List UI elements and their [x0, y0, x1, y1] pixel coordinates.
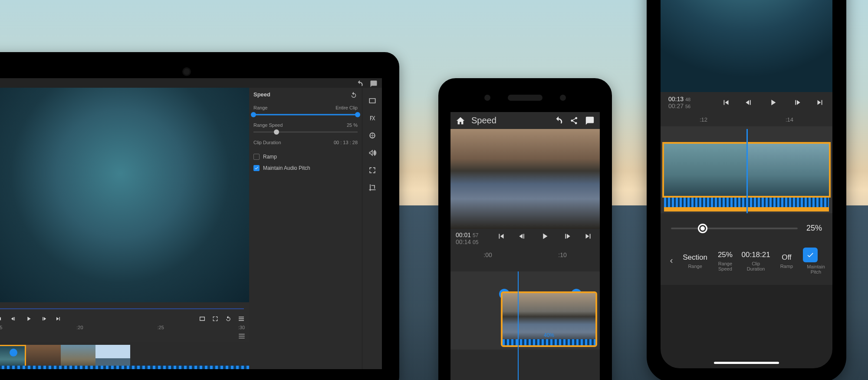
share-icon[interactable]: [569, 116, 579, 126]
skip-prev-icon[interactable]: [0, 315, 3, 322]
timeline-thumbs[interactable]: [0, 342, 249, 369]
maintain-pitch-label: Maintain Audio Pitch: [263, 165, 310, 171]
tablet-screen: :15 :20 :25 :30: [0, 78, 382, 369]
aspect-icon[interactable]: [368, 96, 377, 105]
speed-value: 25%: [806, 224, 822, 233]
maintain-pitch-checkbox[interactable]: Maintain Audio Pitch: [253, 165, 358, 171]
mark-label: :15: [0, 325, 2, 330]
skip-next-icon[interactable]: [583, 231, 593, 241]
iphone-device: 00:13 48 00:27 56 :12 :14 2: [647, 0, 846, 380]
timecode-bar: 00:13 48 00:27 56: [661, 92, 832, 113]
loop-icon[interactable]: [225, 315, 232, 322]
android-topbar: Speed: [450, 112, 600, 129]
play-icon[interactable]: [768, 98, 778, 107]
crop-icon[interactable]: [368, 183, 377, 192]
view-icon[interactable]: [238, 315, 245, 322]
mark-label: :30: [238, 325, 245, 330]
frame-fwd-icon[interactable]: [792, 98, 801, 107]
skip-next-icon[interactable]: [55, 315, 62, 322]
mark-label: :25: [157, 325, 164, 330]
preview-video[interactable]: [661, 0, 832, 92]
speed-slider[interactable]: [671, 228, 798, 229]
clip-thumb[interactable]: [26, 345, 61, 369]
frame-back-icon[interactable]: [518, 231, 528, 241]
android-device: Speed 00:0157 00:1405: [438, 78, 612, 380]
clip-speed-pct: 40%: [544, 332, 554, 338]
back-button[interactable]: [664, 257, 679, 265]
play-icon[interactable]: [25, 315, 32, 322]
checkbox-on-icon[interactable]: [803, 248, 818, 262]
comment-icon[interactable]: [585, 116, 595, 126]
transport-bar: [0, 313, 249, 324]
clip-duration-cell[interactable]: 00:18:21 Clip Duration: [742, 251, 770, 271]
mark-label: :10: [558, 251, 566, 258]
range-value: Entire Clip: [335, 105, 358, 110]
timeline[interactable]: [661, 126, 832, 213]
iphone-screen: 00:13 48 00:27 56 :12 :14 2: [661, 0, 832, 368]
color-icon[interactable]: [368, 131, 377, 140]
preview-video[interactable]: [450, 129, 600, 229]
panel-title: Speed: [471, 116, 496, 126]
speed-params-bar: Section Range 25% Range Speed 00:18:21 C…: [661, 243, 832, 285]
timeline-marks: :12 :14: [661, 113, 832, 126]
mark-label: :00: [483, 251, 492, 258]
skip-next-icon[interactable]: [815, 98, 825, 107]
chevron-left-icon: [667, 257, 675, 265]
clip-thumb[interactable]: [95, 345, 130, 369]
clip-duration-value[interactable]: 00 : 13 : 28: [334, 140, 358, 145]
seekbar[interactable]: [0, 307, 244, 311]
undo-icon[interactable]: [356, 80, 364, 88]
clip[interactable]: 40%: [503, 293, 595, 345]
timeline[interactable]: 40%: [450, 271, 600, 350]
ramp-cell[interactable]: Off Ramp: [773, 253, 800, 269]
range-slider[interactable]: [253, 113, 358, 116]
ramp-label: Ramp: [263, 154, 277, 160]
fx-icon[interactable]: [368, 114, 377, 122]
transport-bar: [490, 229, 600, 246]
speed-panel: Speed Range Entire Clip: [249, 88, 362, 369]
range-cell[interactable]: Section Range: [681, 253, 709, 269]
timeline-marks: :15 :20 :25 :30: [0, 324, 249, 331]
audio-icon[interactable]: [368, 149, 377, 157]
speed-handle-icon[interactable]: [10, 349, 17, 357]
clip-duration-label: Clip Duration: [253, 140, 281, 145]
frame-back-icon[interactable]: [10, 315, 17, 322]
preview-video[interactable]: [0, 88, 249, 302]
mark-label: :12: [700, 116, 707, 123]
playhead[interactable]: [518, 271, 519, 380]
playhead[interactable]: [746, 129, 748, 213]
range-speed-slider[interactable]: [253, 130, 358, 134]
timeline-menu-icon[interactable]: [238, 332, 246, 340]
home-indicator[interactable]: [714, 362, 779, 364]
panel-title: Speed: [253, 91, 270, 99]
mark-label: :20: [76, 325, 83, 330]
reset-icon[interactable]: [350, 91, 358, 99]
home-icon[interactable]: [456, 116, 465, 126]
frame-fwd-icon[interactable]: [562, 231, 571, 241]
timecode: 00:0157 00:1405: [450, 229, 490, 248]
marker-icon[interactable]: [199, 315, 206, 322]
skip-prev-icon[interactable]: [496, 231, 506, 241]
comment-icon[interactable]: [370, 80, 378, 88]
fullscreen-icon[interactable]: [212, 315, 219, 322]
android-screen: Speed 00:0157 00:1405: [450, 112, 600, 380]
play-icon[interactable]: [540, 231, 549, 241]
maintain-pitch-cell[interactable]: Maintain Pitch: [803, 248, 829, 274]
tablet-topbar: [0, 78, 382, 88]
frame-back-icon[interactable]: [745, 98, 754, 107]
tool-rail: [362, 88, 382, 369]
range-speed-label: Range Speed: [253, 122, 283, 128]
checkbox-off-icon[interactable]: [253, 154, 260, 160]
transport-bar: [690, 98, 825, 107]
ramp-checkbox[interactable]: Ramp: [253, 154, 358, 160]
mark-label: :14: [786, 116, 793, 123]
range-label: Range: [253, 105, 267, 110]
checkbox-on-icon[interactable]: [253, 165, 260, 171]
undo-icon[interactable]: [554, 116, 563, 126]
clip-thumb[interactable]: [61, 345, 95, 369]
frame-fwd-icon[interactable]: [40, 315, 47, 322]
transform-icon[interactable]: [368, 166, 377, 175]
range-speed-cell[interactable]: 25% Range Speed: [711, 251, 739, 271]
speed-slider-row: 25%: [661, 213, 832, 243]
skip-prev-icon[interactable]: [721, 98, 731, 107]
